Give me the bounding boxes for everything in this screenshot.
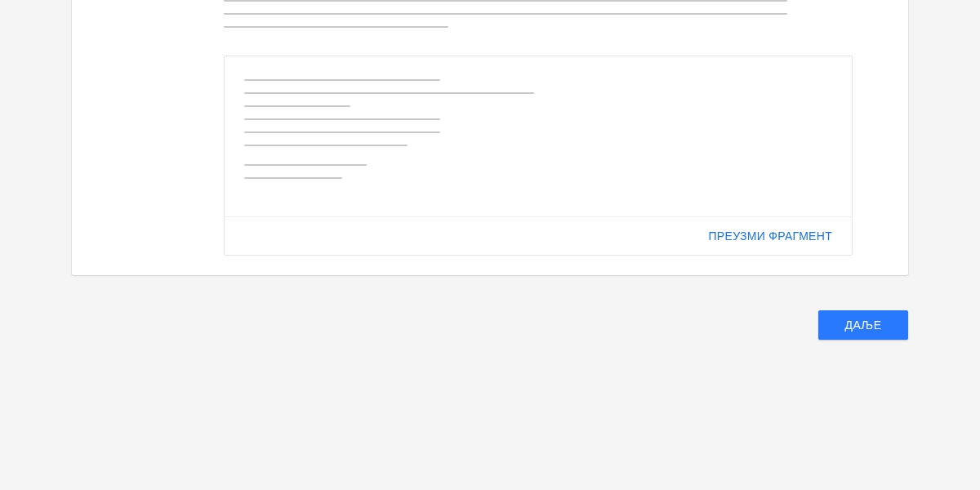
code-snippet-content bbox=[225, 56, 852, 216]
code-line bbox=[244, 105, 350, 107]
code-line bbox=[244, 164, 367, 166]
description-text-placeholder bbox=[224, 0, 826, 28]
code-line bbox=[244, 92, 534, 94]
code-line bbox=[244, 118, 440, 120]
content-area: ПРЕУЗМИ ФРАГМЕНТ bbox=[72, 0, 908, 256]
text-line bbox=[224, 0, 787, 2]
code-snippet-box: ПРЕУЗМИ ФРАГМЕНТ bbox=[224, 56, 853, 256]
content-card: ПРЕУЗМИ ФРАГМЕНТ bbox=[72, 0, 908, 275]
download-snippet-link[interactable]: ПРЕУЗМИ ФРАГМЕНТ bbox=[709, 229, 833, 243]
code-line bbox=[244, 131, 440, 133]
code-line bbox=[244, 177, 342, 179]
text-line bbox=[224, 13, 787, 15]
next-button[interactable]: ДАЉЕ bbox=[818, 310, 908, 340]
text-line bbox=[224, 26, 448, 28]
code-line bbox=[244, 145, 408, 146]
code-snippet-footer: ПРЕУЗМИ ФРАГМЕНТ bbox=[225, 216, 852, 255]
code-line bbox=[244, 79, 440, 81]
